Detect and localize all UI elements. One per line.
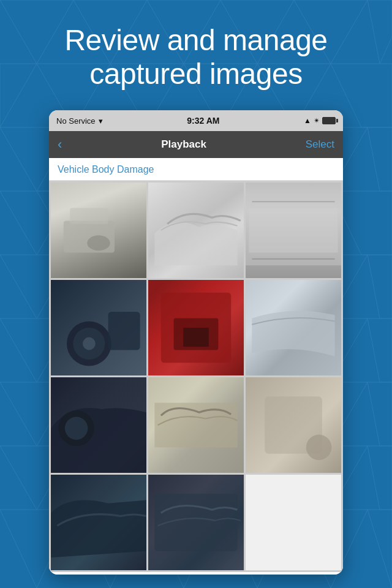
nav-title: Playback (161, 138, 206, 151)
svg-rect-56 (70, 208, 108, 224)
image-cell-9[interactable] (246, 377, 341, 473)
svg-rect-64 (108, 312, 140, 350)
svg-point-72 (306, 435, 332, 461)
section-title: Vehicle Body Damage (58, 164, 154, 175)
image-cell-8[interactable] (148, 377, 244, 473)
svg-point-63 (83, 337, 96, 350)
image-cell-10[interactable] (51, 475, 146, 570)
svg-rect-58 (249, 208, 338, 253)
status-left: No Service ▾ (56, 116, 103, 126)
hero-title: Review and manage captured images (24, 23, 368, 91)
svg-marker-35 (368, 318, 392, 382)
status-right: ▲ ✴ (304, 116, 336, 125)
svg-marker-17 (368, 127, 392, 191)
svg-rect-70 (154, 403, 237, 448)
image-cell-11[interactable] (148, 475, 244, 570)
hero-section: Review and manage captured images (0, 0, 392, 110)
image-cell-2[interactable] (148, 183, 244, 278)
status-bar: No Service ▾ 9:32 AM ▲ ✴ (49, 110, 343, 131)
svg-point-55 (87, 236, 110, 251)
svg-rect-67 (183, 328, 209, 347)
carrier-label: No Service (56, 116, 96, 126)
nav-bar: ‹ Playback Select (49, 131, 343, 158)
battery-icon (322, 117, 336, 124)
wifi-icon: ▾ (99, 116, 103, 126)
phone-frame: No Service ▾ 9:32 AM ▲ ✴ ‹ Playback Sele… (49, 110, 343, 575)
image-cell-4[interactable] (51, 280, 146, 375)
section-header: Vehicle Body Damage (49, 158, 343, 181)
bluetooth-icon: ✴ (314, 116, 320, 125)
svg-marker-53 (368, 510, 392, 588)
back-button[interactable]: ‹ (58, 137, 62, 153)
location-icon: ▲ (304, 116, 311, 125)
image-cell-5[interactable] (148, 280, 244, 375)
image-grid (49, 181, 343, 572)
image-cell-6[interactable] (246, 280, 341, 375)
svg-marker-47 (368, 446, 392, 510)
svg-marker-41 (368, 382, 392, 446)
content-area: Vehicle Body Damage (49, 158, 343, 575)
status-time: 9:32 AM (187, 116, 219, 126)
image-cell-7[interactable] (51, 377, 146, 473)
svg-point-69 (65, 417, 88, 440)
svg-marker-29 (368, 255, 392, 318)
image-cell-3[interactable] (246, 183, 341, 278)
image-cell-1[interactable] (51, 183, 146, 278)
select-button[interactable]: Select (306, 138, 334, 151)
image-cell-empty (246, 475, 341, 570)
